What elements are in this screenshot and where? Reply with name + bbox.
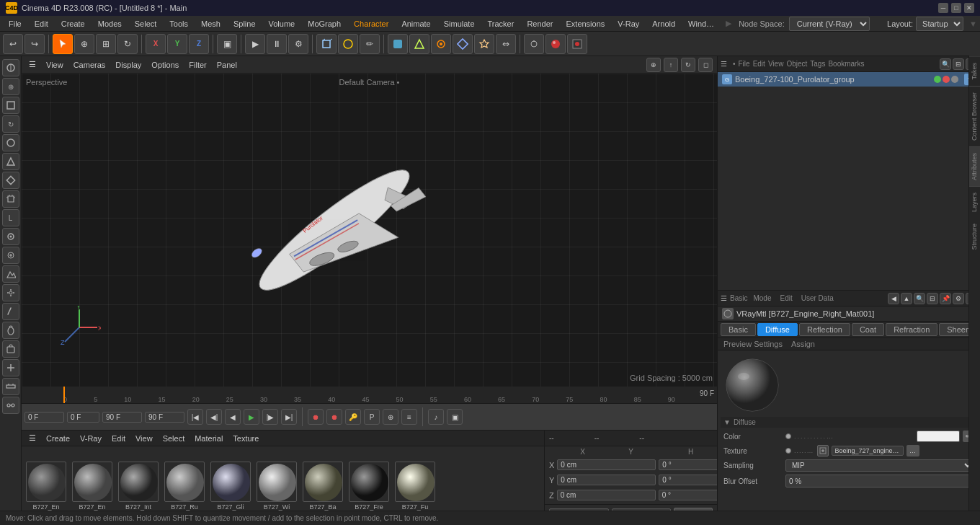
snap-btn[interactable]: [524, 34, 544, 54]
object-manager-row[interactable]: G Boeing_727-100_Purolator_group V: [718, 72, 980, 87]
left-btn-18[interactable]: [2, 378, 19, 395]
attr-hamburger[interactable]: ☰: [721, 294, 727, 302]
left-btn-17[interactable]: [2, 359, 19, 376]
vp-ctrl-2[interactable]: ↑: [664, 58, 678, 72]
mat-menu-vray[interactable]: V-Ray: [77, 433, 104, 444]
texture-enable-toggle[interactable]: [817, 445, 829, 456]
vp-menu-options[interactable]: Options: [148, 60, 182, 70]
attr-settings-btn[interactable]: ⚙: [953, 293, 964, 304]
prev-play-btn[interactable]: ◀: [225, 409, 241, 425]
vert-tab-content[interactable]: Content Browser: [969, 86, 980, 146]
menu-mograph[interactable]: MoGraph: [302, 18, 347, 30]
attr-filter-btn[interactable]: ⊟: [927, 293, 938, 304]
layout-select[interactable]: Startup: [916, 17, 963, 31]
left-btn-19[interactable]: [2, 397, 19, 414]
cube-btn[interactable]: [316, 34, 337, 54]
close-btn[interactable]: ✕: [964, 3, 974, 13]
om-object[interactable]: Object: [786, 60, 807, 68]
left-btn-1[interactable]: [2, 59, 19, 76]
sphere-btn[interactable]: [338, 34, 358, 54]
menu-simulate[interactable]: Simulate: [438, 18, 481, 30]
tool2-btn[interactable]: ▶: [245, 34, 265, 54]
tool4-btn[interactable]: ⚙: [288, 34, 308, 54]
coord-x-pos[interactable]: [557, 459, 656, 470]
maximize-btn[interactable]: □: [951, 3, 961, 13]
menu-window[interactable]: Wind…: [682, 18, 720, 30]
mirror-btn[interactable]: ⇔: [496, 34, 516, 54]
vert-tab-takes[interactable]: Takes: [969, 56, 980, 86]
redo-btn[interactable]: ↪: [24, 34, 45, 54]
axis-y-btn[interactable]: Y: [167, 34, 187, 54]
end-frame-input[interactable]: [102, 412, 142, 423]
obj2-btn[interactable]: [409, 34, 429, 54]
mat-item-8[interactable]: B727_Fu: [393, 462, 437, 511]
mat-swatch-7[interactable]: [349, 462, 389, 502]
mode-btn[interactable]: P: [364, 409, 380, 425]
left-btn-16[interactable]: [2, 340, 19, 358]
mat-item-3[interactable]: B727_Ru: [163, 462, 206, 511]
attr-up-btn[interactable]: ▲: [901, 293, 912, 304]
menu-character[interactable]: Character: [348, 18, 394, 30]
tab-diffuse[interactable]: Diffuse: [757, 323, 798, 336]
mat-swatch-1[interactable]: [72, 462, 112, 502]
mat-swatch-0[interactable]: [26, 462, 66, 502]
left-btn-5[interactable]: [2, 134, 19, 151]
vp-menu-display[interactable]: Display: [112, 60, 144, 70]
vp-menu-view[interactable]: View: [43, 60, 66, 70]
om-hamburger[interactable]: ☰: [721, 60, 727, 68]
left-btn-15[interactable]: [2, 322, 19, 339]
mat-swatch-8[interactable]: [395, 462, 435, 502]
vp-menu-filter[interactable]: Filter: [186, 60, 209, 70]
sound-btn[interactable]: ♪: [428, 409, 444, 425]
record-btn[interactable]: ⏺: [308, 409, 324, 425]
timeline-ruler[interactable]: 0 5 10 15 20 25 30 35 40 45 50 55 60 65: [22, 387, 717, 404]
vp-menu-panel[interactable]: Panel: [214, 60, 240, 70]
vert-tab-attributes[interactable]: Attributes: [969, 146, 980, 186]
snap-key-btn[interactable]: ≡: [401, 409, 417, 425]
menu-modes[interactable]: Modes: [92, 18, 128, 30]
texture-browse-btn[interactable]: …: [906, 445, 919, 456]
left-btn-14[interactable]: [2, 303, 19, 320]
mat-menu-texture[interactable]: Texture: [230, 433, 262, 444]
left-btn-8[interactable]: [2, 190, 19, 208]
mat-swatch-2[interactable]: [118, 462, 159, 502]
minimize-btn[interactable]: ─: [938, 3, 948, 13]
left-btn-11[interactable]: [2, 247, 19, 264]
attr-mode[interactable]: Basic: [730, 294, 747, 302]
coord-z-pos[interactable]: [557, 490, 656, 500]
mat-menu-edit[interactable]: Edit: [109, 433, 128, 444]
om-search-btn[interactable]: 🔍: [940, 58, 951, 70]
rotate-tool-btn[interactable]: ↻: [117, 34, 138, 54]
left-btn-9[interactable]: L: [2, 209, 19, 226]
menu-spline[interactable]: Spline: [228, 18, 262, 30]
mat-menu-hamburger[interactable]: ☰: [26, 433, 39, 444]
prev-frame-btn[interactable]: ◀|: [206, 409, 222, 425]
coord-y-pos[interactable]: [557, 475, 656, 485]
layer-btn[interactable]: ▣: [447, 409, 463, 425]
menu-arnold[interactable]: Arnold: [646, 18, 681, 30]
attr-user-data-label[interactable]: User Data: [798, 294, 837, 303]
render-btn[interactable]: [545, 34, 566, 54]
axis-z-btn[interactable]: Z: [189, 34, 209, 54]
node-space-select[interactable]: Current (V-Ray): [789, 17, 870, 31]
menu-extensions[interactable]: Extensions: [560, 18, 610, 30]
go-end-btn[interactable]: ▶|: [281, 409, 297, 425]
vp-ctrl-1[interactable]: ⊕: [646, 58, 661, 72]
om-file[interactable]: File: [739, 60, 750, 68]
menu-mesh[interactable]: Mesh: [195, 18, 226, 30]
diffuse-section-header[interactable]: ▼ Diffuse: [721, 417, 977, 428]
mat-item-7[interactable]: B727_Fre: [347, 462, 391, 511]
vp-menu-hamburger[interactable]: ☰: [26, 59, 39, 70]
mat-item-0[interactable]: B727_En: [24, 462, 68, 511]
left-btn-6[interactable]: [2, 153, 19, 170]
menu-vray[interactable]: V-Ray: [612, 18, 645, 30]
render2-btn[interactable]: [567, 34, 587, 54]
vp-menu-cameras[interactable]: Cameras: [71, 60, 109, 70]
mat-item-4[interactable]: B727_Gli: [209, 462, 252, 511]
tab-coat[interactable]: Coat: [852, 323, 884, 336]
blur-offset-value[interactable]: 0 %: [785, 475, 974, 488]
mat-menu-view[interactable]: View: [133, 433, 156, 444]
menu-tools[interactable]: Tools: [164, 18, 194, 30]
attr-back-btn[interactable]: ◀: [888, 293, 899, 304]
undo-btn[interactable]: ↩: [3, 34, 23, 54]
